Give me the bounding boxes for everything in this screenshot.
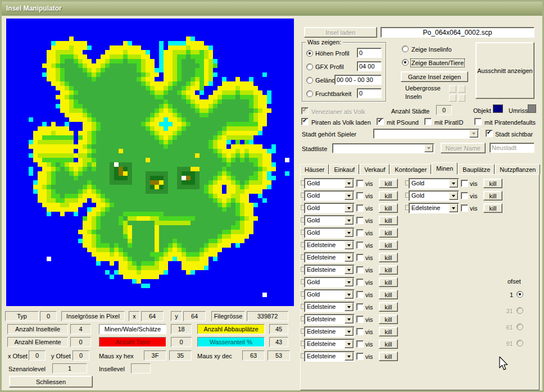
umriss-color-swatch[interactable] [528, 104, 536, 113]
dropdown-arrow-icon[interactable] [449, 192, 458, 200]
left-row-5-kill-button[interactable]: kill [379, 228, 398, 238]
right-row-2-kill-button[interactable]: kill [483, 191, 502, 200]
left-row-6-kill-button[interactable]: kill [379, 240, 398, 250]
schliessen-button[interactable]: Schliessen [9, 376, 93, 388]
left-row-3-vis-checkbox[interactable] [356, 204, 364, 212]
left-row-7-kill-button[interactable]: kill [379, 253, 398, 262]
stadt-gehoert-dropdown[interactable] [373, 129, 479, 139]
filename-field[interactable]: Po_064x064_0002.scp [380, 27, 534, 38]
left-row-9-vis-checkbox[interactable] [356, 279, 364, 286]
uebergrosse-box-3[interactable] [449, 94, 456, 102]
fruchtbarkeit-value[interactable]: 0 [357, 88, 382, 98]
left-row-14-vis-checkbox[interactable] [356, 340, 364, 348]
left-row-10-kill-button[interactable]: kill [379, 290, 398, 299]
dropdown-arrow-icon[interactable] [449, 179, 458, 188]
dropdown-arrow-icon[interactable] [344, 340, 353, 348]
left-row-4-mine-dropdown[interactable]: Gold [304, 215, 355, 226]
uebergrosse-box-2[interactable] [458, 85, 465, 93]
left-row-10-mine-dropdown[interactable]: Gold [304, 289, 355, 300]
stadt-sichtbar-checkbox[interactable] [486, 130, 493, 137]
tab-einkauf[interactable]: Einkauf [329, 164, 359, 175]
left-row-11-mine-dropdown[interactable]: Edelsteine [304, 302, 355, 312]
left-row-1-mine-dropdown[interactable]: Gold [304, 178, 355, 189]
neustadt-field[interactable]: Neustadt [489, 143, 534, 153]
psound-checkbox[interactable] [377, 118, 384, 125]
dropdown-arrow-icon[interactable] [424, 144, 433, 152]
left-row-8-kill-button[interactable]: kill [379, 265, 398, 275]
neuer-name-button[interactable]: Neuer Name [441, 143, 486, 153]
left-row-8-mine-dropdown[interactable]: Edelsteine [304, 265, 355, 275]
left-row-12-vis-checkbox[interactable] [356, 316, 364, 323]
piraten-checkbox[interactable] [301, 118, 309, 125]
left-row-11-kill-button[interactable]: kill [379, 302, 398, 312]
left-row-4-kill-button[interactable]: kill [379, 216, 398, 225]
right-row-2-vis-checkbox[interactable] [461, 192, 468, 199]
tab-kontorlager[interactable]: Kontorlager [390, 164, 431, 175]
uebergrosse-box-4[interactable] [458, 94, 465, 102]
dropdown-arrow-icon[interactable] [344, 253, 353, 262]
left-row-5-vis-checkbox[interactable] [356, 229, 364, 236]
dropdown-arrow-icon[interactable] [344, 290, 353, 299]
right-row-3-mine-dropdown[interactable]: Edelsteine [409, 203, 459, 213]
left-row-6-vis-checkbox[interactable] [356, 241, 364, 249]
gelaende-value[interactable]: 00 00 - 00 30 [334, 75, 382, 85]
left-row-12-kill-button[interactable]: kill [379, 314, 398, 324]
objekt-color-swatch[interactable] [493, 104, 503, 113]
left-row-2-vis-checkbox[interactable] [356, 192, 364, 199]
left-row-13-kill-button[interactable]: kill [379, 327, 398, 336]
left-row-3-kill-button[interactable]: kill [379, 203, 398, 213]
left-row-14-kill-button[interactable]: kill [379, 339, 398, 349]
left-row-10-vis-checkbox[interactable] [356, 291, 364, 298]
dropdown-arrow-icon[interactable] [344, 352, 353, 361]
left-row-4-vis-checkbox[interactable] [356, 217, 364, 224]
right-row-3-kill-button[interactable]: kill [483, 203, 502, 213]
right-row-2-mine-dropdown[interactable]: Gold [409, 190, 459, 201]
ofset-radio-31[interactable] [516, 307, 523, 314]
dropdown-arrow-icon[interactable] [449, 204, 458, 212]
left-row-7-vis-checkbox[interactable] [356, 254, 364, 261]
insel-laden-button[interactable]: Insel laden [304, 27, 377, 38]
left-row-12-mine-dropdown[interactable]: Edelsteine [304, 314, 355, 325]
left-row-5-mine-dropdown[interactable]: Gold [304, 227, 355, 238]
ofset-radio-91[interactable] [516, 340, 523, 347]
left-row-15-mine-dropdown[interactable]: Edelsteine [304, 351, 355, 362]
left-row-13-mine-dropdown[interactable]: Edelsteine [304, 326, 355, 337]
venezianer-checkbox[interactable] [301, 107, 309, 115]
left-row-1-kill-button[interactable]: kill [379, 179, 398, 188]
dropdown-arrow-icon[interactable] [344, 204, 353, 212]
ofset-radio-61[interactable] [516, 323, 523, 330]
tab-bauplätze[interactable]: Bauplätze [458, 164, 495, 175]
dropdown-arrow-icon[interactable] [344, 327, 353, 336]
left-row-3-mine-dropdown[interactable]: Gold [304, 203, 355, 213]
stadtliste-dropdown[interactable] [332, 143, 434, 153]
tab-häuser[interactable]: Häuser [300, 164, 329, 175]
dropdown-arrow-icon[interactable] [344, 278, 353, 286]
left-row-2-kill-button[interactable]: kill [379, 191, 398, 200]
right-row-1-vis-checkbox[interactable] [461, 180, 468, 187]
left-row-11-vis-checkbox[interactable] [356, 303, 364, 311]
piratid-checkbox[interactable] [424, 118, 432, 125]
dropdown-arrow-icon[interactable] [344, 241, 353, 249]
dropdown-arrow-icon[interactable] [344, 303, 353, 311]
gfx-profil-value[interactable]: 04 00 [357, 61, 382, 71]
left-row-14-mine-dropdown[interactable]: Edelsteine [304, 339, 355, 349]
uebergrosse-box-1[interactable] [449, 85, 456, 93]
left-row-15-kill-button[interactable]: kill [379, 352, 398, 361]
left-row-13-vis-checkbox[interactable] [356, 328, 364, 335]
dropdown-arrow-icon[interactable] [469, 130, 478, 138]
hoehen-profil-value[interactable]: 0 [357, 48, 382, 58]
dropdown-arrow-icon[interactable] [344, 179, 353, 188]
dropdown-arrow-icon[interactable] [344, 192, 353, 200]
radio-gfx-profil[interactable] [306, 63, 313, 70]
title-bar[interactable]: Insel Manipulator [2, 2, 542, 16]
ausschnitt-button[interactable]: Ausschnitt anzeigen [475, 42, 534, 99]
left-row-1-vis-checkbox[interactable] [356, 180, 364, 187]
right-row-3-vis-checkbox[interactable] [461, 204, 468, 212]
left-row-15-vis-checkbox[interactable] [356, 353, 364, 360]
left-row-7-mine-dropdown[interactable]: Edelsteine [304, 252, 355, 263]
radio-zeige-inselinfo[interactable] [402, 45, 409, 52]
left-row-2-mine-dropdown[interactable]: Gold [304, 190, 355, 201]
tab-minen[interactable]: Minen [432, 162, 457, 175]
left-row-9-kill-button[interactable]: kill [379, 277, 398, 287]
right-row-1-mine-dropdown[interactable]: Gold [409, 178, 459, 189]
